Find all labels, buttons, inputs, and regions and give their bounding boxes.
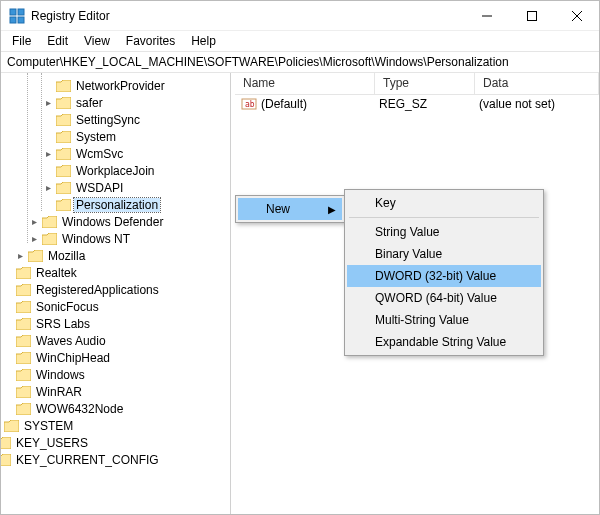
context-item-label: New [266, 202, 290, 216]
folder-icon [27, 249, 43, 263]
address-bar[interactable]: Computer\HKEY_LOCAL_MACHINE\SOFTWARE\Pol… [1, 51, 599, 73]
folder-icon [55, 147, 71, 161]
context-item-new[interactable]: New ▶ [238, 198, 342, 220]
svg-rect-2 [10, 17, 16, 23]
chevron-right-icon[interactable]: ▸ [41, 148, 55, 159]
context-item-string-value[interactable]: String Value [347, 221, 541, 243]
tree-node-safer[interactable]: ▸safer [1, 94, 230, 111]
folder-icon [55, 96, 71, 110]
string-value-icon: ab [241, 96, 257, 112]
tree-node-mozilla[interactable]: ▸Mozilla [1, 247, 230, 264]
tree-node-system[interactable]: System [1, 128, 230, 145]
maximize-button[interactable] [509, 1, 554, 30]
window-title: Registry Editor [31, 9, 464, 23]
tree-node-hkey-current-config[interactable]: KEY_CURRENT_CONFIG [1, 451, 230, 468]
context-submenu-new: Key String Value Binary Value DWORD (32-… [344, 189, 544, 356]
menu-view[interactable]: View [77, 32, 117, 50]
folder-icon [3, 419, 19, 433]
address-text: Computer\HKEY_LOCAL_MACHINE\SOFTWARE\Pol… [7, 55, 509, 69]
folder-icon [15, 402, 31, 416]
folder-icon [41, 232, 57, 246]
context-item-multistring-value[interactable]: Multi-String Value [347, 309, 541, 331]
submenu-arrow-icon: ▶ [328, 204, 336, 215]
context-menu: New ▶ [235, 195, 345, 223]
folder-icon [41, 215, 57, 229]
context-item-expandstring-value[interactable]: Expandable String Value [347, 331, 541, 353]
column-type[interactable]: Type [375, 73, 475, 94]
folder-icon [55, 181, 71, 195]
folder-icon [1, 436, 11, 450]
chevron-right-icon[interactable]: ▸ [41, 97, 55, 108]
tree-pane[interactable]: NetworkProvider ▸safer SettingSync Syste… [1, 73, 231, 514]
minimize-button[interactable] [464, 1, 509, 30]
regedit-icon [9, 8, 25, 24]
tree-node-srs-labs[interactable]: SRS Labs [1, 315, 230, 332]
value-row-default[interactable]: ab (Default) REG_SZ (value not set) [235, 95, 599, 113]
tree-node-wsdapi[interactable]: ▸WSDAPI [1, 179, 230, 196]
folder-icon [15, 385, 31, 399]
value-type: REG_SZ [379, 97, 479, 111]
folder-icon [55, 130, 71, 144]
tree-node-windows[interactable]: Windows [1, 366, 230, 383]
tree-node-realtek[interactable]: Realtek [1, 264, 230, 281]
tree-node-hkey-users[interactable]: KEY_USERS [1, 434, 230, 451]
menu-file[interactable]: File [5, 32, 38, 50]
window-controls [464, 1, 599, 30]
tree-node-sonicfocus[interactable]: SonicFocus [1, 298, 230, 315]
tree-node-workplacejoin[interactable]: WorkplaceJoin [1, 162, 230, 179]
tree-node-windows-defender[interactable]: ▸Windows Defender [1, 213, 230, 230]
folder-icon [15, 317, 31, 331]
chevron-right-icon[interactable]: ▸ [41, 182, 55, 193]
folder-icon [15, 351, 31, 365]
chevron-right-icon[interactable]: ▸ [27, 233, 41, 244]
list-header: Name Type Data [235, 73, 599, 95]
folder-icon [55, 113, 71, 127]
context-item-key[interactable]: Key [347, 192, 541, 214]
chevron-right-icon[interactable]: ▸ [13, 250, 27, 261]
registry-editor-window: Registry Editor File Edit View Favorites… [0, 0, 600, 515]
folder-icon [15, 334, 31, 348]
tree-node-registeredapplications[interactable]: RegisteredApplications [1, 281, 230, 298]
folder-icon [55, 164, 71, 178]
list-pane[interactable]: Name Type Data ab (Default) REG_SZ (valu… [235, 73, 599, 514]
value-data: (value not set) [479, 97, 599, 111]
menu-separator [349, 217, 539, 218]
context-item-dword-value[interactable]: DWORD (32-bit) Value [347, 265, 541, 287]
tree-node-wcmsvc[interactable]: ▸WcmSvc [1, 145, 230, 162]
menu-favorites[interactable]: Favorites [119, 32, 182, 50]
folder-icon [15, 300, 31, 314]
close-button[interactable] [554, 1, 599, 30]
list-body[interactable]: ab (Default) REG_SZ (value not set) New … [235, 95, 599, 514]
tree-node-wow6432node[interactable]: WOW6432Node [1, 400, 230, 417]
tree-node-windows-nt[interactable]: ▸Windows NT [1, 230, 230, 247]
column-name[interactable]: Name [235, 73, 375, 94]
folder-icon [15, 368, 31, 382]
tree-node-winchiphead[interactable]: WinChipHead [1, 349, 230, 366]
tree-node-waves-audio[interactable]: Waves Audio [1, 332, 230, 349]
tree-node-personalization[interactable]: Personalization [1, 196, 230, 213]
tree-node-networkprovider[interactable]: NetworkProvider [1, 77, 230, 94]
folder-icon [15, 283, 31, 297]
titlebar: Registry Editor [1, 1, 599, 31]
folder-icon [15, 266, 31, 280]
folder-icon [1, 453, 11, 467]
body: NetworkProvider ▸safer SettingSync Syste… [1, 73, 599, 514]
context-item-qword-value[interactable]: QWORD (64-bit) Value [347, 287, 541, 309]
svg-rect-3 [18, 17, 24, 23]
folder-icon [55, 198, 71, 212]
svg-rect-5 [527, 11, 536, 20]
menubar: File Edit View Favorites Help [1, 31, 599, 51]
menu-edit[interactable]: Edit [40, 32, 75, 50]
tree-node-settingsync[interactable]: SettingSync [1, 111, 230, 128]
chevron-right-icon[interactable]: ▸ [27, 216, 41, 227]
svg-rect-1 [18, 9, 24, 15]
context-item-binary-value[interactable]: Binary Value [347, 243, 541, 265]
column-data[interactable]: Data [475, 73, 599, 94]
menu-help[interactable]: Help [184, 32, 223, 50]
svg-text:ab: ab [245, 100, 255, 109]
folder-icon [55, 79, 71, 93]
tree-node-system-hive[interactable]: SYSTEM [1, 417, 230, 434]
svg-rect-0 [10, 9, 16, 15]
tree-node-winrar[interactable]: WinRAR [1, 383, 230, 400]
value-name: (Default) [261, 97, 379, 111]
